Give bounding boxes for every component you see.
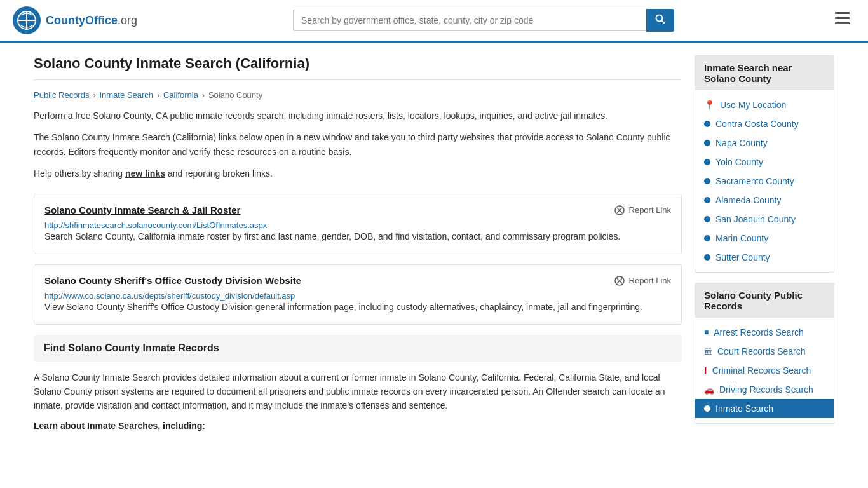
result-title-2[interactable]: Solano County Sheriff's Office Custody D… <box>44 275 301 286</box>
sidebar-link-inmate-search[interactable]: Inmate Search <box>695 399 834 418</box>
svg-rect-8 <box>835 22 850 24</box>
dot-icon-marin <box>704 235 710 241</box>
search-icon <box>655 14 665 24</box>
sidebar: Inmate Search near Solano County 📍 Use M… <box>695 55 834 434</box>
result-header-2: Solano County Sheriff's Office Custody D… <box>44 275 671 287</box>
dot-icon-sutter <box>704 254 710 261</box>
sidebar-link-sacramento[interactable]: Sacramento County <box>695 172 834 191</box>
report-icon-1 <box>614 205 625 216</box>
sharing-text: Help others by sharing new links and rep… <box>34 166 682 180</box>
dot-icon-sacramento <box>704 178 710 184</box>
intro-paragraph-2: The Solano County Inmate Search (Califor… <box>34 130 682 159</box>
report-link-2[interactable]: Report Link <box>614 275 671 287</box>
public-records-box-content: ■ Arrest Records Search 🏛 Court Records … <box>695 318 834 423</box>
sidebar-link-driving-records[interactable]: 🚗 Driving Records Search <box>695 380 834 399</box>
svg-rect-6 <box>835 12 850 14</box>
dot-icon-san-joaquin <box>704 216 710 222</box>
new-links-link[interactable]: new links <box>125 168 165 179</box>
sidebar-link-sutter[interactable]: Sutter County <box>695 248 834 267</box>
sidebar-link-napa[interactable]: Napa County <box>695 133 834 152</box>
result-card-1: Solano County Inmate Search & Jail Roste… <box>34 194 682 254</box>
public-records-box-header: Solano County Public Records <box>695 283 834 318</box>
sidebar-link-alameda[interactable]: Alameda County <box>695 191 834 210</box>
dot-icon-napa <box>704 140 710 146</box>
intro-paragraph-1: Perform a free Solano County, CA public … <box>34 109 682 123</box>
result-desc-2: View Solano County Sheriff's Office Cust… <box>44 301 671 314</box>
court-icon: 🏛 <box>704 347 712 356</box>
breadcrumb: Public Records › Inmate Search › Califor… <box>34 90 682 100</box>
dot-icon-yolo <box>704 159 710 165</box>
criminal-icon: ! <box>704 365 707 376</box>
sidebar-link-arrest-records[interactable]: ■ Arrest Records Search <box>695 323 834 342</box>
inmate-active-dot-icon <box>704 405 710 412</box>
result-url-2[interactable]: http://www.co.solano.ca.us/depts/sheriff… <box>44 291 295 301</box>
search-button[interactable] <box>646 9 674 32</box>
result-url-1[interactable]: http://shfinmatesearch.solanocounty.com/… <box>44 220 267 230</box>
main-content: Solano County Inmate Search (California)… <box>34 55 682 434</box>
arrest-icon: ■ <box>704 328 709 337</box>
sidebar-link-yolo[interactable]: Yolo County <box>695 152 834 172</box>
sidebar-link-court-records[interactable]: 🏛 Court Records Search <box>695 342 834 361</box>
svg-rect-7 <box>835 17 850 19</box>
logo-text: CountyOffice.org <box>46 14 137 27</box>
result-header-1: Solano County Inmate Search & Jail Roste… <box>44 205 671 216</box>
search-input[interactable] <box>293 10 646 31</box>
report-link-1[interactable]: Report Link <box>614 205 671 216</box>
search-area <box>293 9 674 32</box>
nearby-box-header: Inmate Search near Solano County <box>695 56 834 90</box>
page-title: Solano County Inmate Search (California) <box>34 55 682 80</box>
menu-button[interactable] <box>830 10 855 31</box>
logo-icon <box>13 6 41 34</box>
breadcrumb-solano-county: Solano County <box>208 90 262 100</box>
hamburger-icon <box>835 12 850 25</box>
breadcrumb-california[interactable]: California <box>163 90 198 100</box>
result-card-2: Solano County Sheriff's Office Custody D… <box>34 264 682 325</box>
main-container: Solano County Inmate Search (California)… <box>21 43 847 447</box>
svg-point-4 <box>656 15 663 22</box>
result-desc-1: Search Solano County, California inmate … <box>44 230 671 243</box>
logo-area: CountyOffice.org <box>13 6 137 34</box>
dot-icon-alameda <box>704 197 710 203</box>
nearby-box: Inmate Search near Solano County 📍 Use M… <box>695 55 834 273</box>
learn-title: Learn about Inmate Searches, including: <box>34 421 682 431</box>
nearby-box-content: 📍 Use My Location Contra Costa County Na… <box>695 90 834 272</box>
public-records-box: Solano County Public Records ■ Arrest Re… <box>695 283 834 424</box>
section-header: Find Solano County Inmate Records <box>34 335 682 362</box>
svg-line-5 <box>662 21 665 24</box>
driving-icon: 🚗 <box>704 385 714 395</box>
report-icon-2 <box>614 275 625 287</box>
breadcrumb-public-records[interactable]: Public Records <box>34 90 89 100</box>
sidebar-link-marin[interactable]: Marin County <box>695 229 834 248</box>
sidebar-link-san-joaquin[interactable]: San Joaquin County <box>695 210 834 229</box>
sidebar-link-criminal-records[interactable]: ! Criminal Records Search <box>695 361 834 380</box>
location-icon: 📍 <box>704 100 715 110</box>
breadcrumb-inmate-search[interactable]: Inmate Search <box>99 90 153 100</box>
section-text: A Solano County Inmate Search provides d… <box>34 370 682 413</box>
result-title-1[interactable]: Solano County Inmate Search & Jail Roste… <box>44 205 240 215</box>
use-my-location-link[interactable]: 📍 Use My Location <box>695 95 834 114</box>
site-header: CountyOffice.org <box>0 0 868 43</box>
header-right <box>830 10 855 31</box>
section-title: Find Solano County Inmate Records <box>44 342 672 354</box>
sidebar-link-contra-costa[interactable]: Contra Costa County <box>695 114 834 133</box>
dot-icon-contra-costa <box>704 121 710 127</box>
